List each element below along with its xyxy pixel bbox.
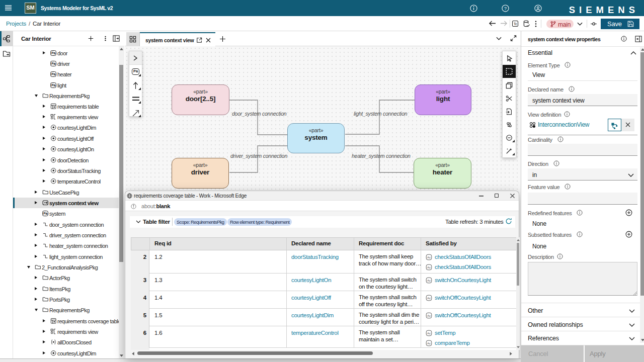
svg-text:Ac: Ac: [427, 314, 431, 317]
svg-text:Ac: Ac: [427, 265, 431, 269]
svg-text:Ac: Ac: [427, 255, 431, 259]
svg-text:?: ?: [504, 6, 507, 11]
svg-text:Ac: Ac: [427, 279, 431, 282]
svg-text:Ac: Ac: [427, 341, 431, 345]
svg-text:Ac: Ac: [427, 331, 431, 335]
svg-text:Ac: Ac: [427, 296, 431, 300]
